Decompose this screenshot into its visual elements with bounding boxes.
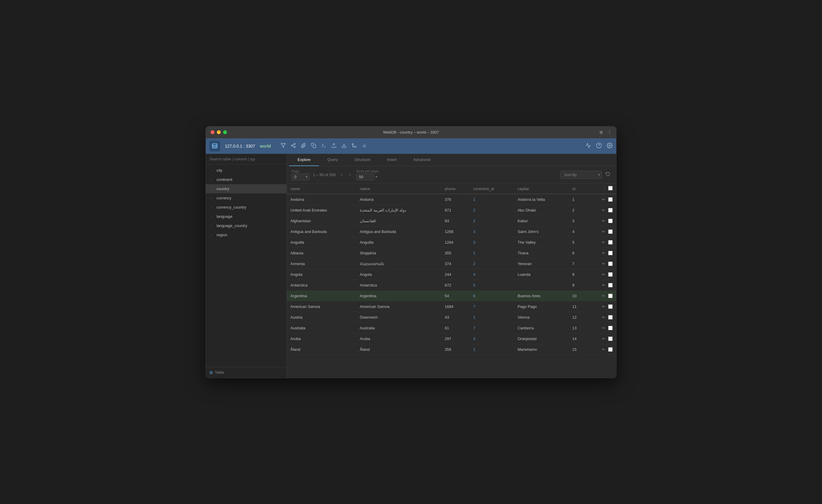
export-icon[interactable] bbox=[331, 143, 337, 149]
edit-row-button[interactable]: ✏ bbox=[601, 293, 606, 299]
continent-id-link[interactable]: 2 bbox=[473, 219, 475, 223]
row-checkbox[interactable] bbox=[608, 283, 612, 287]
window-icon-2[interactable]: ⋮ bbox=[607, 130, 611, 134]
sidebar-item-currency-country[interactable]: › currency_country bbox=[206, 203, 287, 212]
tab-structure[interactable]: Structure bbox=[346, 154, 379, 166]
td-capital bbox=[514, 280, 569, 290]
sidebar-item-continent[interactable]: › continent bbox=[206, 175, 287, 184]
td-continent_id: 3 bbox=[470, 333, 514, 344]
waveform-icon[interactable] bbox=[585, 143, 591, 150]
row-checkbox[interactable] bbox=[608, 347, 612, 352]
help-icon[interactable] bbox=[596, 143, 602, 150]
window-icon-1[interactable]: ⊞ bbox=[599, 130, 603, 134]
merge-icon[interactable] bbox=[351, 143, 357, 149]
continent-id-link[interactable]: 5 bbox=[473, 283, 475, 287]
edit-row-button[interactable]: ✏ bbox=[601, 347, 606, 352]
continent-id-link[interactable]: 3 bbox=[473, 240, 475, 245]
edit-row-button[interactable]: ✏ bbox=[601, 197, 606, 202]
sidebar-item-language-country[interactable]: › language_country bbox=[206, 221, 287, 230]
column-options-icon[interactable]: ⋮ bbox=[602, 186, 607, 191]
edit-row-button[interactable]: ✏ bbox=[601, 272, 606, 277]
filter-icon[interactable] bbox=[281, 143, 286, 149]
td-capital: Pago Pago bbox=[514, 301, 569, 312]
continent-id-link[interactable]: 2 bbox=[473, 208, 475, 212]
row-checkbox[interactable] bbox=[608, 229, 612, 234]
continent-id-link[interactable]: 3 bbox=[473, 336, 475, 341]
paperclip-icon[interactable] bbox=[301, 143, 306, 149]
edit-row-button[interactable]: ✏ bbox=[601, 250, 606, 256]
td-actions: ✏ bbox=[587, 226, 616, 237]
row-checkbox[interactable] bbox=[608, 262, 612, 266]
continent-id-link[interactable]: 3 bbox=[473, 229, 475, 234]
select-all-checkbox[interactable] bbox=[608, 186, 612, 190]
edit-row-button[interactable]: ✏ bbox=[601, 314, 606, 320]
edit-row-button[interactable]: ✏ bbox=[601, 336, 606, 342]
continent-id-link[interactable]: 4 bbox=[473, 272, 475, 277]
sidebar-item-country[interactable]: › country bbox=[206, 184, 287, 193]
continent-id-link[interactable]: 1 bbox=[473, 315, 475, 320]
content-area: Explore Query Structure Insert Advanced bbox=[287, 154, 616, 378]
sidebar-search-input[interactable] bbox=[210, 157, 283, 161]
edit-row-button[interactable]: ✏ bbox=[601, 304, 606, 309]
row-checkbox[interactable] bbox=[608, 208, 612, 212]
sidebar-item-region[interactable]: › region bbox=[206, 230, 287, 240]
continent-id-link[interactable]: 7 bbox=[473, 326, 475, 330]
row-checkbox[interactable] bbox=[608, 251, 612, 255]
td-id: 9 bbox=[569, 280, 587, 290]
share-icon[interactable] bbox=[291, 143, 296, 149]
close-button[interactable] bbox=[211, 130, 215, 134]
continent-id-link[interactable]: 6 bbox=[473, 294, 475, 298]
continent-id-link[interactable]: 7 bbox=[473, 304, 475, 309]
row-checkbox[interactable] bbox=[608, 304, 612, 309]
continent-id-link[interactable]: 1 bbox=[473, 197, 475, 202]
td-phone: 61 bbox=[441, 323, 469, 333]
copy-icon[interactable] bbox=[311, 143, 316, 149]
items-per-page-select[interactable]: 50 100 200 bbox=[356, 173, 374, 180]
sidebar-item-currency[interactable]: › currency bbox=[206, 193, 287, 203]
edit-row-button[interactable]: ✏ bbox=[601, 325, 606, 331]
add-table-button[interactable]: ⊞ Table bbox=[206, 367, 287, 378]
row-checkbox[interactable] bbox=[608, 240, 612, 245]
sidebar-item-language[interactable]: › language bbox=[206, 212, 287, 221]
minimize-button[interactable] bbox=[217, 130, 221, 134]
th-actions: ⋮ bbox=[587, 184, 616, 194]
continent-id-link[interactable]: 2 bbox=[473, 262, 475, 266]
row-actions: ✏ bbox=[590, 314, 612, 320]
row-checkbox[interactable] bbox=[608, 326, 612, 330]
continent-id-link[interactable]: 1 bbox=[473, 251, 475, 255]
app-logo[interactable] bbox=[210, 141, 220, 151]
edit-row-button[interactable]: ✏ bbox=[601, 282, 606, 288]
tab-query[interactable]: Query bbox=[319, 154, 346, 166]
refresh-button[interactable] bbox=[604, 170, 611, 179]
td-capital: Luanda bbox=[514, 269, 569, 280]
sort-by-select[interactable]: Sort By bbox=[560, 171, 602, 179]
edit-row-button[interactable]: ✏ bbox=[601, 229, 606, 234]
tab-insert[interactable]: Insert bbox=[379, 154, 405, 166]
edit-row-button[interactable]: ✏ bbox=[601, 261, 606, 267]
sidebar-item-city[interactable]: › city bbox=[206, 166, 287, 175]
row-checkbox[interactable] bbox=[608, 336, 612, 341]
database-name[interactable]: world bbox=[260, 144, 271, 148]
upload-icon[interactable] bbox=[341, 143, 347, 149]
td-native: Aruba bbox=[356, 333, 441, 344]
page-select[interactable]: 0 1 2 bbox=[292, 173, 310, 180]
row-checkbox[interactable] bbox=[608, 315, 612, 320]
tab-advanced[interactable]: Advanced bbox=[405, 154, 439, 166]
row-checkbox[interactable] bbox=[608, 197, 612, 202]
terminal-icon[interactable] bbox=[321, 143, 326, 149]
edit-row-button[interactable]: ✏ bbox=[601, 218, 606, 224]
settings-icon[interactable] bbox=[607, 143, 612, 150]
fullscreen-button[interactable] bbox=[223, 130, 227, 134]
continent-id-link[interactable]: 1 bbox=[473, 347, 475, 352]
row-checkbox[interactable] bbox=[608, 294, 612, 298]
tab-explore[interactable]: Explore bbox=[289, 154, 319, 166]
prev-page-button[interactable]: ‹ bbox=[339, 172, 344, 178]
edit-row-button[interactable]: ✏ bbox=[601, 207, 606, 213]
row-checkbox[interactable] bbox=[608, 219, 612, 223]
sidebar-item-label: continent bbox=[217, 177, 232, 182]
next-page-button[interactable]: › bbox=[348, 172, 353, 178]
row-checkbox[interactable] bbox=[608, 272, 612, 277]
toolbar-right-icons bbox=[585, 143, 612, 150]
edit-row-button[interactable]: ✏ bbox=[601, 240, 606, 245]
chart-icon[interactable] bbox=[362, 143, 367, 149]
